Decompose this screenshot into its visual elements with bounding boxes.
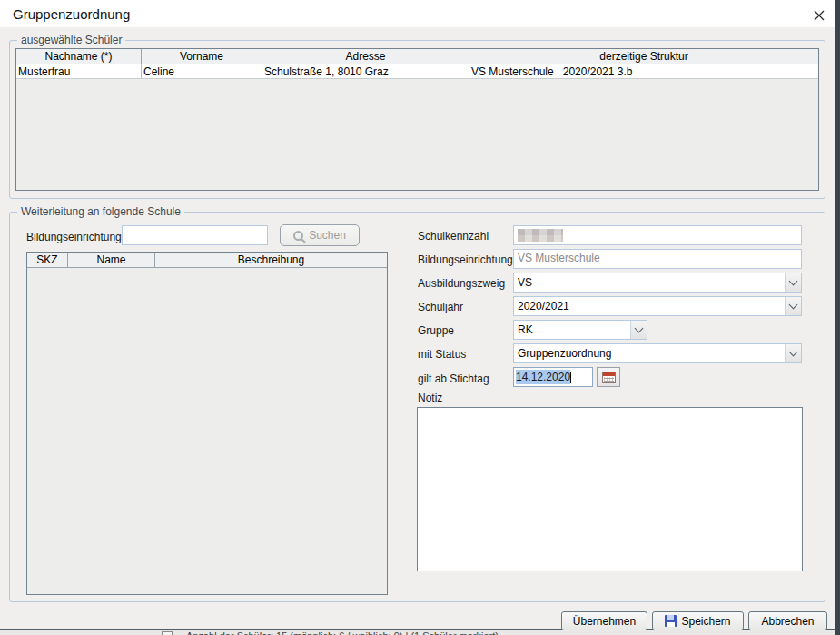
calendar-button[interactable] xyxy=(597,367,620,387)
schuljahr-label: Schuljahr xyxy=(418,301,463,313)
calendar-icon xyxy=(602,372,616,383)
search-icon xyxy=(293,231,303,241)
cell-vorname: Celine xyxy=(142,64,262,78)
cell-adresse: Schulstraße 1, 8010 Graz xyxy=(262,64,469,78)
column-header-vorname[interactable]: Vorname xyxy=(142,49,262,64)
background-statusbar: Anzahl der Schüler: 15 (männlich: 6 / we… xyxy=(0,630,835,635)
background-status-text: Anzahl der Schüler: 15 (männlich: 6 / we… xyxy=(186,630,499,635)
notiz-textarea[interactable] xyxy=(417,407,803,571)
selected-students-table: Nachname (*) Vorname Adresse derzeitige … xyxy=(15,48,819,191)
bildungseinrichtung-label: Bildungseinrichtung xyxy=(418,253,513,266)
search-input[interactable] xyxy=(122,225,268,245)
gruppenzuordnung-dialog: Gruppenzuordnung ausgewählte Schüler Nac… xyxy=(0,0,835,630)
notiz-label: Notiz xyxy=(418,392,442,404)
gruppe-value: RK xyxy=(514,323,630,336)
speichern-button-label: Speichern xyxy=(681,615,730,628)
schuljahr-select[interactable]: 2020/2021 xyxy=(513,296,802,316)
title-bar: Gruppenzuordnung xyxy=(0,0,835,27)
schuljahr-value: 2020/2021 xyxy=(514,300,785,313)
column-header-skz[interactable]: SKZ xyxy=(27,253,68,267)
chevron-down-icon[interactable] xyxy=(630,321,647,339)
gruppe-select[interactable]: RK xyxy=(513,320,647,340)
column-header-struktur[interactable]: derzeitige Struktur xyxy=(469,49,818,64)
results-header-row: SKZ Name Beschreibung xyxy=(27,253,387,268)
uebernehmen-button-label: Übernehmen xyxy=(573,615,636,628)
stichtag-label: gilt ab Stichtag xyxy=(418,372,489,385)
column-header-nachname[interactable]: Nachname (*) xyxy=(16,49,142,64)
save-icon xyxy=(665,615,677,627)
search-results-table: SKZ Name Beschreibung xyxy=(26,252,388,595)
abbrechen-button[interactable]: Abbrechen xyxy=(748,611,827,630)
dialog-title: Gruppenzuordnung xyxy=(13,6,130,22)
schulkennzahl-label: Schulkennzahl xyxy=(418,230,489,243)
mit-status-select[interactable]: Gruppenzuordnung xyxy=(513,343,802,363)
ausbildungszweig-label: Ausbildungszweig xyxy=(418,277,505,290)
ausbildungszweig-select[interactable]: VS xyxy=(513,273,802,293)
column-header-adresse[interactable]: Adresse xyxy=(262,49,469,64)
cell-nachname: Musterfrau xyxy=(16,64,142,78)
chevron-down-icon[interactable] xyxy=(785,297,801,315)
cell-struktur: VS Musterschule 2020/2021 3.b xyxy=(469,64,818,78)
mit-status-value: Gruppenzuordnung xyxy=(514,347,785,360)
redacted-value xyxy=(518,229,563,242)
speichern-button[interactable]: Speichern xyxy=(652,611,744,630)
close-icon[interactable] xyxy=(811,7,827,24)
stichtag-value: 14.12.2020 xyxy=(516,370,570,384)
selected-students-header-row: Nachname (*) Vorname Adresse derzeitige … xyxy=(16,49,818,64)
forwarding-group-title: Weiterleitung an folgende Schule xyxy=(17,205,184,218)
chevron-down-icon[interactable] xyxy=(785,273,801,292)
background-window-edge xyxy=(835,0,840,635)
chevron-down-icon[interactable] xyxy=(785,344,801,362)
stichtag-input[interactable]: 14.12.2020 xyxy=(513,367,593,387)
screen: Gruppenzuordnung ausgewählte Schüler Nac… xyxy=(0,0,840,635)
column-header-name[interactable]: Name xyxy=(68,253,155,267)
background-statusbar-icon xyxy=(162,631,173,635)
ausbildungszweig-value: VS xyxy=(514,276,785,289)
search-bildungseinrichtung-label: Bildungseinrichtung xyxy=(26,231,122,243)
bildungseinrichtung-field[interactable]: VS Musterschule xyxy=(513,249,802,269)
search-button-label: Suchen xyxy=(309,229,346,242)
selected-students-group-title: ausgewählte Schüler xyxy=(17,34,125,46)
abbrechen-button-label: Abbrechen xyxy=(761,615,814,628)
search-button[interactable]: Suchen xyxy=(280,224,360,246)
schulkennzahl-field[interactable] xyxy=(513,225,802,245)
text-cursor xyxy=(570,372,571,383)
gruppe-label: Gruppe xyxy=(418,324,454,337)
mit-status-label: mit Status xyxy=(418,348,466,361)
table-row[interactable]: Musterfrau Celine Schulstraße 1, 8010 Gr… xyxy=(16,64,818,79)
uebernehmen-button[interactable]: Übernehmen xyxy=(561,611,647,630)
column-header-beschreibung[interactable]: Beschreibung xyxy=(155,253,387,267)
